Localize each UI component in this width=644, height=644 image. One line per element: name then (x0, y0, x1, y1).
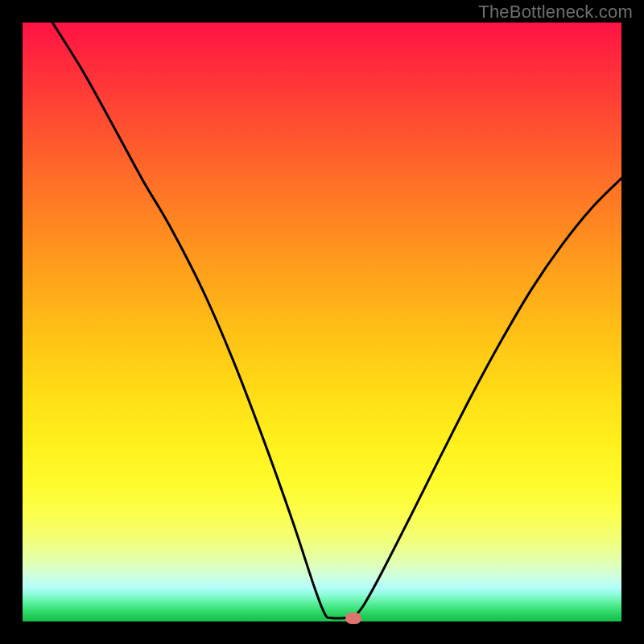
marker-dot (345, 613, 361, 624)
plot-area (23, 23, 621, 621)
watermark-text: TheBottleneck.com (478, 2, 633, 23)
curve-layer (23, 23, 621, 621)
chart-frame: TheBottleneck.com (0, 0, 644, 644)
bottleneck-curve (52, 23, 621, 618)
